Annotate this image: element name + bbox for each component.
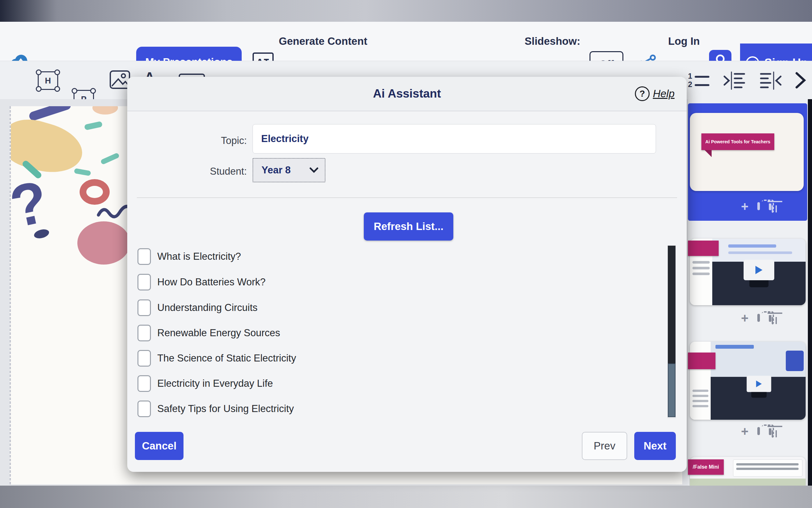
- right-edge-strip: [808, 99, 812, 485]
- topic-checkbox[interactable]: [138, 299, 151, 316]
- ai-assistant-dialog: Ai Assistant ? Help Topic: Student: Year…: [127, 77, 687, 472]
- slide2-actions: +: [741, 311, 771, 325]
- question-mark-icon: ?: [635, 86, 650, 101]
- topic-row: The Science of Static Electricity: [138, 349, 521, 367]
- topic-checkbox[interactable]: [138, 248, 151, 265]
- list-scrollbar[interactable]: [668, 245, 676, 418]
- topic-checkbox[interactable]: [138, 375, 151, 392]
- slide-thumbnail-1[interactable]: Ai Powered Tools for Teachers: [690, 113, 804, 191]
- topic-row: What is Electricity?: [138, 248, 521, 265]
- decor-capsule: [84, 121, 103, 130]
- refresh-list-button[interactable]: Refresh List...: [364, 212, 453, 241]
- scrollbar-thumb-slate[interactable]: [668, 364, 675, 417]
- student-label: Student:: [127, 166, 247, 177]
- topic-option-label[interactable]: What is Electricity?: [157, 251, 241, 262]
- app-screen: My Presentations AI ★ Generate Content S…: [0, 0, 812, 508]
- duplicate-slide-icon[interactable]: [757, 315, 760, 321]
- log-in-link[interactable]: Log In: [668, 22, 700, 61]
- decor-capsule: [74, 168, 91, 176]
- student-level-value: Year 8: [261, 164, 291, 176]
- slide2-ribbon: [688, 241, 719, 256]
- decor-circle: [77, 221, 130, 264]
- decor-blob: [92, 106, 118, 115]
- topic-input[interactable]: [252, 124, 656, 154]
- topic-checkbox[interactable]: [138, 400, 151, 417]
- duplicate-slide-icon[interactable]: [757, 428, 760, 434]
- slide4-ribbon: /False Mini: [688, 459, 724, 475]
- slide-thumbnail-selected-wrap[interactable]: Ai Powered Tools for Teachers +: [688, 103, 807, 221]
- section-divider: [137, 197, 677, 198]
- student-level-select[interactable]: Year 8: [252, 158, 326, 182]
- delete-slide-icon[interactable]: [769, 428, 771, 434]
- slideshow-label: Slideshow:: [525, 22, 580, 61]
- decor-capsule: [100, 152, 120, 165]
- next-button[interactable]: Next: [634, 432, 676, 460]
- indent-decrease-icon[interactable]: [758, 71, 782, 90]
- main-toolbar: My Presentations AI ★ Generate Content S…: [0, 22, 812, 61]
- ribbon-fold: [705, 150, 712, 157]
- numbered-list-icon[interactable]: 1 2: [688, 72, 709, 89]
- slides-panel: Ai Powered Tools for Teachers + +: [688, 99, 808, 485]
- bottom-bezel-gradient: [0, 485, 812, 508]
- video-player-chip: [747, 376, 771, 392]
- topic-checkbox[interactable]: [138, 325, 151, 341]
- topic-option-label[interactable]: Understanding Circuits: [157, 302, 258, 313]
- top-bezel-gradient: [0, 0, 812, 22]
- topic-row: Renewable Energy Sources: [138, 324, 521, 342]
- topic-row: How Do Batteries Work?: [138, 273, 521, 291]
- cancel-button[interactable]: Cancel: [135, 432, 184, 460]
- delete-slide-icon[interactable]: [769, 315, 771, 321]
- video-player-chip: [744, 260, 774, 280]
- topic-row: Safety Tips for Using Electricity: [138, 400, 521, 418]
- topic-option-label[interactable]: Safety Tips for Using Electricity: [157, 403, 294, 415]
- topic-label: Topic:: [127, 135, 247, 146]
- add-slide-icon[interactable]: +: [741, 424, 748, 438]
- prev-button[interactable]: Prev: [582, 432, 627, 460]
- indent-increase-icon[interactable]: [723, 71, 747, 90]
- add-slide-icon[interactable]: +: [741, 199, 748, 213]
- topic-row: Electricity in Everyday Life: [138, 375, 521, 392]
- topic-option-label[interactable]: Electricity in Everyday Life: [157, 378, 273, 389]
- add-slide-icon[interactable]: +: [741, 311, 748, 325]
- slide1-ribbon: Ai Powered Tools for Teachers: [701, 133, 774, 150]
- duplicate-slide-icon[interactable]: [757, 204, 760, 209]
- topic-checkbox[interactable]: [138, 274, 151, 291]
- generate-content-label[interactable]: Generate Content: [279, 22, 367, 61]
- help-link[interactable]: ? Help: [635, 77, 674, 111]
- scrollbar-thumb-dark[interactable]: [668, 246, 675, 364]
- heading-tool-button[interactable]: H: [38, 71, 58, 90]
- slide1-actions: +: [741, 199, 771, 213]
- slide3-actions: +: [741, 424, 771, 438]
- topic-checkbox[interactable]: [138, 350, 151, 367]
- dialog-header: Ai Assistant ? Help: [127, 77, 687, 111]
- chevron-down-icon: [309, 167, 319, 173]
- slide3-ribbon: [688, 352, 715, 369]
- dialog-title: Ai Assistant: [127, 77, 687, 111]
- toolbar-overflow-chevron[interactable]: [794, 71, 808, 90]
- decor-capsule: [28, 106, 72, 122]
- topic-option-label[interactable]: How Do Batteries Work?: [157, 277, 266, 288]
- topic-option-label[interactable]: Renewable Energy Sources: [157, 327, 280, 339]
- topic-row: Understanding Circuits: [138, 299, 521, 317]
- topic-option-label[interactable]: The Science of Static Electricity: [157, 352, 296, 364]
- delete-slide-icon[interactable]: [769, 204, 771, 209]
